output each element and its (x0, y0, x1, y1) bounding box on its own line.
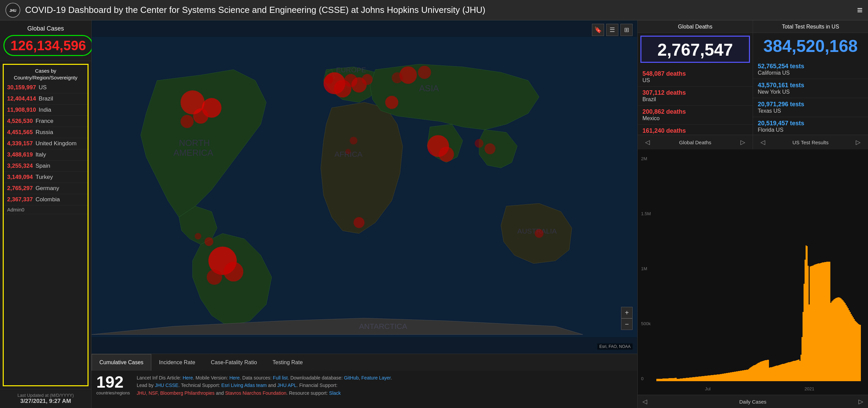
list-item: 20,519,457 testsFlorida US (753, 117, 868, 135)
map-footer-links: Lancet Inf Dis Article: Here. Mobile Ver… (137, 374, 633, 397)
svg-point-31 (475, 139, 484, 148)
chart-x-labels: Jul2021 (658, 386, 861, 391)
list-item: 20,971,296 testsTexas US (753, 98, 868, 117)
menu-icon[interactable]: ≡ (857, 5, 863, 16)
tests-nav-label: US Test Results (792, 140, 828, 145)
github-link[interactable]: GitHub (344, 375, 359, 381)
list-item: 43,570,161 testsNew York US (753, 79, 868, 98)
svg-point-21 (362, 74, 372, 85)
svg-text:JHU: JHU (9, 9, 16, 13)
chart-y-labels: 2M1.5M1M500k0 (641, 156, 651, 381)
tab-case-fatality[interactable]: Case-Fatality Ratio (203, 354, 265, 371)
map-area[interactable]: NORTH AMERICA ASIA AFRICA EUROPE AUSTRAL… (92, 20, 637, 354)
global-cases-oval: 126,134,596 (3, 35, 93, 56)
list-item[interactable]: 2,367,337Colombia (4, 194, 88, 205)
deaths-nav-right[interactable]: ▷ (738, 138, 748, 147)
svg-point-23 (399, 66, 417, 84)
feature-layer-link[interactable]: Feature Layer (361, 375, 390, 381)
right-panels: Global Deaths 2,767,547 548,087 deathsUS… (637, 20, 868, 408)
cases-list-box: Cases byCountry/Region/Sovereignty 30,15… (3, 64, 89, 386)
last-updated-label: Last Updated at (M/D/YYYY) (3, 393, 88, 398)
jhu-apl-link[interactable]: JHU APL (277, 383, 297, 388)
svg-point-34 (350, 137, 358, 145)
list-item[interactable]: 2,765,297Germany (4, 183, 88, 194)
sidebar: Global Cases 126,134,596 Cases byCountry… (0, 20, 92, 408)
chart-y-label: 2M (641, 156, 651, 161)
tests-list[interactable]: 52,765,254 testsCalifornia US43,570,161 … (753, 58, 868, 135)
list-item[interactable]: 4,526,530France (4, 116, 88, 127)
jhu-csse-link[interactable]: JHU CSSE (155, 383, 178, 388)
last-updated-date: 3/27/2021, 9:27 AM (3, 398, 88, 405)
svg-text:NORTH: NORTH (179, 138, 210, 148)
mobile-here-link[interactable]: Here (229, 375, 239, 381)
list-item[interactable]: 4,451,565Russia (4, 127, 88, 138)
map-bottom-tabs: Cumulative Cases Incidence Rate Case-Fat… (92, 354, 637, 371)
data-sources-link[interactable]: Full list (273, 375, 288, 381)
chart-y-label: 0 (641, 376, 651, 381)
article-label: Lancet Inf Dis (137, 375, 166, 381)
zoom-in-button[interactable]: + (621, 307, 633, 318)
deaths-panel: Global Deaths 2,767,547 548,087 deathsUS… (638, 20, 753, 149)
chart-y-label: 1M (641, 266, 651, 271)
page-title: COVID-19 Dashboard by the Center for Sys… (25, 5, 857, 15)
tests-nav-right[interactable]: ▷ (853, 138, 863, 147)
tab-incidence-rate[interactable]: Incidence Rate (151, 354, 203, 371)
svg-point-28 (353, 217, 364, 228)
chart-nav-left[interactable]: ◁ (642, 398, 647, 405)
article-here-link[interactable]: Here (182, 375, 193, 381)
nsf-link[interactable]: JHU, NSF, Bloomberg Philanthropies (137, 390, 215, 396)
list-item[interactable]: 12,404,414Brazil (4, 93, 88, 105)
bookmark-button[interactable]: 🔖 (592, 24, 604, 36)
zoom-out-button[interactable]: − (621, 318, 633, 330)
tests-number-box: 384,520,168 (753, 33, 868, 58)
chart-bar (860, 325, 861, 381)
esri-link[interactable]: Esri Living Atlas team (221, 383, 267, 388)
list-item[interactable]: 3,149,094Turkey (4, 172, 88, 183)
deaths-nav-left[interactable]: ◁ (642, 138, 653, 147)
cases-list-scroll[interactable]: 30,159,997US12,404,414Brazil11,908,910In… (4, 82, 88, 385)
svg-point-36 (535, 229, 544, 238)
tests-nav-left[interactable]: ◁ (758, 138, 768, 147)
jhu-logo: JHU (5, 3, 20, 18)
list-item[interactable]: 30,159,997US (4, 82, 88, 93)
list-item[interactable]: 11,908,910India (4, 105, 88, 116)
list-view-button[interactable]: ☰ (606, 24, 618, 36)
global-cases-box: Global Cases 126,134,596 (0, 20, 91, 61)
list-item: 548,087 deathsUS (638, 68, 753, 87)
deaths-nav-label: Global Deaths (679, 140, 711, 145)
list-item[interactable]: 4,339,157United Kingdom (4, 138, 88, 149)
chart-nav: ◁ Daily Cases ▷ (638, 395, 868, 408)
countries-count: 192 (96, 374, 130, 390)
chart-bars (656, 156, 861, 381)
svg-point-35 (345, 149, 351, 154)
svg-point-16 (207, 270, 222, 285)
chart-nav-right[interactable]: ▷ (859, 398, 863, 405)
list-item[interactable]: 3,255,324Spain (4, 161, 88, 172)
chart-area: 2M1.5M1M500k0 Jul2021 ◁ Daily Cases ▷ (638, 149, 868, 408)
svg-point-15 (224, 262, 243, 281)
deaths-list[interactable]: 548,087 deathsUS307,112 deathsBrazil200,… (638, 66, 753, 135)
list-item: 200,862 deathsMexico (638, 106, 753, 125)
svg-text:ASIA: ASIA (419, 84, 439, 93)
stavros-link[interactable]: Stavros Niarchos Foundation (225, 390, 287, 396)
global-cases-label: Global Cases (3, 25, 88, 32)
chart-y-label: 500k (641, 321, 651, 326)
tests-nav: ◁ US Test Results ▷ (753, 135, 868, 149)
list-item[interactable]: 3,488,619Italy (4, 149, 88, 161)
tab-testing-rate[interactable]: Testing Rate (265, 354, 311, 371)
slack-link[interactable]: Slack (329, 390, 341, 396)
svg-point-24 (418, 66, 431, 79)
map-attribution: Esri, FAO, NOAA (597, 344, 633, 350)
map-zoom-controls: + − (621, 307, 633, 330)
svg-text:EUROPE: EUROPE (336, 66, 366, 74)
global-cases-number: 126,134,596 (11, 39, 86, 52)
countries-count-box: 192 countries/regions (96, 374, 130, 395)
chart-x-label: Jul (705, 386, 711, 391)
chart-y-label: 1.5M (641, 211, 651, 216)
deaths-number-box: 2,767,547 (640, 36, 750, 63)
tests-panel-header: Total Test Results in US (753, 20, 868, 33)
tests-number: 384,520,168 (763, 37, 857, 56)
main-layout: Global Cases 126,134,596 Cases byCountry… (0, 20, 868, 408)
tab-cumulative-cases[interactable]: Cumulative Cases (92, 354, 151, 371)
grid-view-button[interactable]: ⊞ (620, 24, 633, 36)
